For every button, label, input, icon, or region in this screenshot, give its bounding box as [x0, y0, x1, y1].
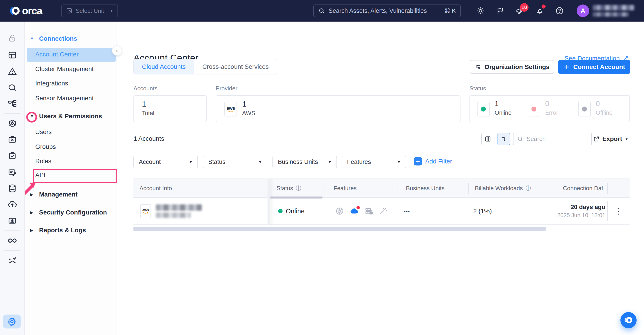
- nav-item-account-center-selected[interactable]: Account Center: [27, 48, 116, 62]
- table-row[interactable]: aws Online: [134, 198, 630, 225]
- connection-relative: 20 days ago: [570, 204, 605, 211]
- integrations-mesh-icon[interactable]: [7, 118, 18, 129]
- nav-item-api[interactable]: API: [35, 172, 45, 179]
- column-header-status[interactable]: Statusⓘ: [276, 179, 301, 197]
- attack-path-strategy-icon[interactable]: [7, 255, 18, 266]
- error-dot: [532, 107, 536, 112]
- caret-down-icon: ▼: [397, 160, 401, 164]
- column-header-actions: [607, 179, 630, 197]
- global-search[interactable]: ⌘ K: [313, 5, 461, 17]
- nav-section-reports-logs[interactable]: ▶ Reports & Logs: [30, 227, 86, 234]
- select-unit-dropdown[interactable]: Select Unit ▼: [61, 5, 118, 17]
- columns-toggle-button[interactable]: [481, 133, 494, 145]
- settings-gear-button[interactable]: [3, 314, 21, 328]
- orca-assistant-fab[interactable]: [620, 312, 636, 328]
- columns-icon: [484, 136, 491, 142]
- redacted-user-org: [593, 12, 629, 17]
- column-label: Account Info: [140, 185, 172, 192]
- nav-section-connections[interactable]: ▼ Connections: [30, 35, 77, 42]
- kebab-menu-icon[interactable]: ⋮: [614, 206, 623, 216]
- compliance-check-icon[interactable]: [7, 150, 18, 161]
- connect-account-button[interactable]: Connect Account: [558, 60, 630, 74]
- identity-card-icon[interactable]: [7, 215, 18, 226]
- column-header-features[interactable]: Features: [324, 179, 357, 197]
- export-button[interactable]: Export ▼: [591, 133, 630, 145]
- info-icon[interactable]: ⓘ: [526, 185, 531, 192]
- avatar[interactable]: A: [576, 5, 589, 17]
- table-search[interactable]: [513, 133, 588, 145]
- nav-item-integrations[interactable]: Integrations: [35, 80, 68, 87]
- tab-cloud-accounts[interactable]: Cloud Accounts: [134, 59, 194, 74]
- export-label: Export: [602, 135, 622, 143]
- search-rail-icon[interactable]: [7, 82, 18, 93]
- theme-sun-icon[interactable]: [476, 6, 486, 16]
- filter-account[interactable]: Account▼: [134, 156, 198, 168]
- nav-item-roles[interactable]: Roles: [35, 158, 52, 165]
- alerts-triangle-icon[interactable]: [7, 66, 18, 77]
- caret-down-icon: ▼: [30, 37, 35, 41]
- help-icon[interactable]: [554, 6, 564, 16]
- info-icon[interactable]: ⓘ: [296, 185, 301, 192]
- horizontal-scrollbar-thumb[interactable]: [134, 227, 546, 231]
- megaphone-badge: 10: [520, 3, 528, 12]
- nav-section-security-configuration[interactable]: ▶ Security Configuration: [30, 209, 107, 216]
- caret-right-icon: ▶: [30, 192, 35, 197]
- nav-section-users-permissions[interactable]: ▼ Users & Permissions: [30, 113, 102, 120]
- cloud-upload-icon[interactable]: [7, 199, 18, 210]
- table-search-input[interactable]: [526, 136, 583, 143]
- shift-left-infinity-icon[interactable]: [7, 235, 18, 246]
- sort-button[interactable]: [498, 133, 510, 145]
- caret-down-icon: ▼: [328, 160, 332, 164]
- accounts-count-value: 1: [134, 135, 137, 142]
- policy-flow-icon[interactable]: [7, 167, 18, 178]
- orca-logo[interactable]: orca: [10, 5, 42, 17]
- column-header-connection-date[interactable]: Connection Dat: [559, 179, 607, 197]
- toolbox-x-icon[interactable]: [7, 134, 18, 145]
- filter-features[interactable]: Features▼: [342, 156, 406, 168]
- column-scroll-indicator[interactable]: [270, 196, 322, 199]
- kubernetes-helm-icon[interactable]: [335, 207, 344, 216]
- add-filter-button[interactable]: + Add Filter: [414, 157, 452, 165]
- nav-section-management[interactable]: ▶ Management: [30, 191, 78, 198]
- inventory-sitemap-icon[interactable]: [7, 98, 18, 109]
- column-label: Billable Workloads: [475, 185, 523, 192]
- nav-item-users[interactable]: Users: [35, 128, 52, 136]
- caret-down-icon: ▼: [30, 114, 35, 119]
- settings-gear-icon: [7, 316, 17, 326]
- database-icon[interactable]: [7, 183, 18, 194]
- provider-aws-count: 1: [242, 100, 246, 108]
- aws-smile: [227, 110, 234, 113]
- nav-item-groups[interactable]: Groups: [35, 143, 56, 150]
- export-icon: [593, 136, 600, 142]
- filter-label: Account: [139, 159, 161, 165]
- filter-business-units[interactable]: Business Units▼: [272, 156, 337, 168]
- aws-provider-chip: aws: [140, 204, 151, 218]
- settings-nav-panel: ▼ Connections Account Center Cluster Man…: [25, 22, 117, 335]
- nav-collapse-button[interactable]: ‹: [112, 46, 122, 56]
- flag-icon[interactable]: [495, 6, 505, 16]
- account-type-tabs: Cloud Accounts Cross-account Services: [134, 59, 277, 74]
- search-icon: [517, 136, 524, 142]
- tab-cross-account-services[interactable]: Cross-account Services: [194, 59, 277, 74]
- server-lock-icon[interactable]: [364, 207, 373, 216]
- column-header-billable-workloads[interactable]: Billable Workloadsⓘ: [468, 179, 531, 197]
- frozen-column-divider: [268, 179, 270, 225]
- megaphone-icon[interactable]: 10: [515, 6, 525, 16]
- nav-item-sensor-management[interactable]: Sensor Management: [35, 95, 94, 102]
- bell-icon[interactable]: [535, 6, 545, 16]
- filter-status[interactable]: Status▼: [203, 156, 267, 168]
- accounts-table: Account Info Statusⓘ Features Business U…: [134, 179, 630, 225]
- nav-section-label: Management: [39, 191, 78, 198]
- column-header-business-units[interactable]: Business Units: [398, 179, 444, 197]
- organization-settings-button[interactable]: Organization Settings: [470, 60, 554, 74]
- cloud-feature-wrap[interactable]: [350, 206, 359, 216]
- global-search-input[interactable]: [329, 8, 441, 15]
- nav-item-cluster-management[interactable]: Cluster Management: [35, 66, 94, 73]
- search-icon: [318, 8, 325, 14]
- accounts-count: 1 Accounts: [134, 135, 164, 142]
- magic-wand-icon[interactable]: [379, 207, 388, 216]
- column-header-account-info[interactable]: Account Info: [140, 179, 172, 197]
- provider-aws-label: AWS: [242, 110, 255, 117]
- dashboard-icon[interactable]: [7, 50, 18, 61]
- unlock-icon[interactable]: [7, 33, 18, 44]
